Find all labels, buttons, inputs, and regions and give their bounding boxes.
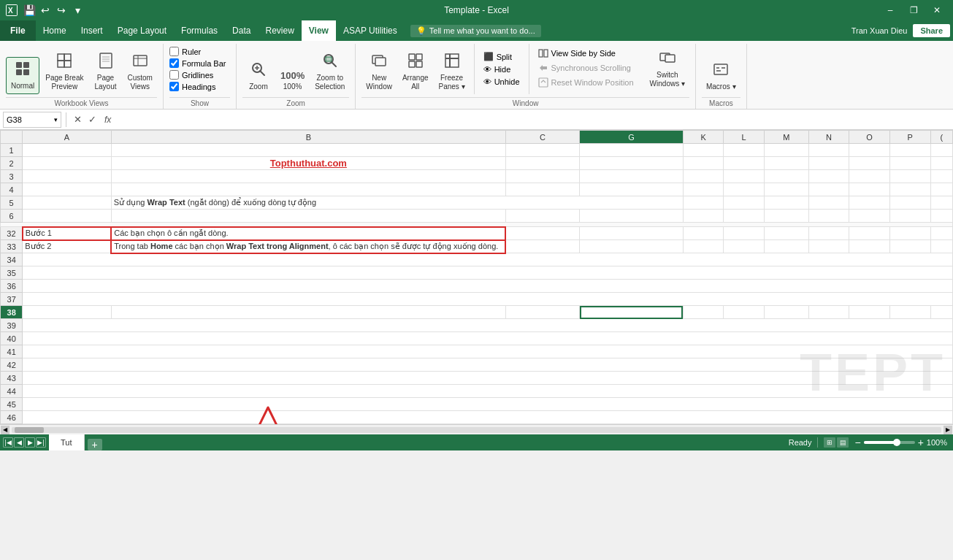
cell-a32[interactable]: Bước 1 [23,227,111,240]
freeze-panes-btn[interactable]: FreezePanes ▾ [435,50,470,94]
page-break-preview-btn[interactable]: Page BreakPreview [41,50,88,94]
cell-g6[interactable] [580,210,684,223]
menu-formulas[interactable]: Formulas [174,20,225,41]
page-layout-view-btn[interactable]: PageLayout [90,50,122,94]
cell-b3[interactable] [111,170,505,183]
cell-k3[interactable] [683,170,724,183]
cell-o3[interactable] [849,170,890,183]
cell-l4[interactable] [724,183,765,196]
h-scroll-thumb[interactable] [15,427,44,433]
cell-more3[interactable] [930,170,952,183]
confirm-formula-btn[interactable]: ✓ [85,113,99,126]
cell-p1[interactable] [889,144,930,157]
cell-34[interactable] [23,253,953,266]
restore-btn[interactable]: ❐ [903,0,924,20]
gridlines-input[interactable] [169,70,179,80]
cell-b2[interactable]: Topthuthuat.com [111,157,505,170]
col-header-l[interactable]: L [724,131,765,144]
col-header-more[interactable]: ( [930,131,952,144]
menu-asap[interactable]: ASAP Utilities [336,20,405,41]
reset-window-btn[interactable]: Reset Window Position [534,76,638,89]
cell-l33[interactable] [724,240,765,253]
cancel-formula-btn[interactable]: ✕ [71,113,84,126]
cell-more2[interactable] [930,157,952,170]
formula-input[interactable] [117,112,950,128]
status-icon-2[interactable]: ▤ [837,437,849,448]
zoom-100-btn[interactable]: 100% 100% [276,67,309,94]
sheet-nav-first[interactable]: |◀ [3,437,13,448]
cell-l38[interactable] [724,306,765,319]
cell-k5[interactable] [724,196,765,210]
cell-b33[interactable]: Trong tab Home các bạn chọn Wrap Text tr… [111,240,505,253]
cell-n6[interactable] [808,210,849,223]
menu-file[interactable]: File [0,20,36,41]
cell-p6[interactable] [889,210,930,223]
cell-b32[interactable]: Các bạn chọn ô cần ngắt dòng. [111,227,505,240]
cell-35[interactable] [23,266,953,280]
normal-view-btn[interactable]: Normal [6,57,39,94]
cell-m2[interactable] [764,157,808,170]
cell-m3[interactable] [764,170,808,183]
cell-c6[interactable] [505,210,579,223]
cell-k38[interactable] [683,306,724,319]
cell-b4[interactable] [111,183,505,196]
cell-c32[interactable] [505,227,579,240]
cell-k4[interactable] [683,183,724,196]
col-header-c[interactable]: C [505,131,579,144]
cell-46[interactable] [23,411,953,424]
cell-a2[interactable] [23,157,111,170]
sheet-nav-last[interactable]: ▶| [36,437,46,448]
cell-p32[interactable] [889,227,930,240]
cell-l5[interactable] [764,196,808,210]
cell-o38[interactable] [849,306,890,319]
cell-n32[interactable] [808,227,849,240]
cell-a5[interactable] [23,196,111,210]
more-quick-btn[interactable]: ▾ [70,3,85,18]
cell-c2[interactable] [505,157,579,170]
col-header-o[interactable]: O [849,131,890,144]
tell-me-box[interactable]: 💡 Tell me what you want to do... [410,25,541,37]
menu-page-layout[interactable]: Page Layout [110,20,174,41]
cell-p4[interactable] [889,183,930,196]
cell-c1[interactable] [505,144,579,157]
macros-btn[interactable]: Macros ▾ [702,58,740,94]
sheet-tab-tut[interactable]: Tut [49,434,85,450]
cell-b5[interactable]: Sử dụng Wrap Text (ngắt dòng) để xuống d… [111,196,683,210]
close-btn[interactable]: ✕ [927,0,947,20]
cell-g2[interactable] [580,157,684,170]
cell-n1[interactable] [808,144,849,157]
cell-c4[interactable] [505,183,579,196]
cell-p33[interactable] [889,240,930,253]
save-quick-btn[interactable]: 💾 [22,3,37,18]
cell-a3[interactable] [23,170,111,183]
sheet-nav-prev[interactable]: ◀ [14,437,24,448]
cell-44[interactable] [23,385,953,398]
cell-43[interactable] [23,372,953,385]
zoom-selection-btn[interactable]: Zoom toSelection [310,50,349,94]
cell-g1[interactable] [580,144,684,157]
cell-g3[interactable] [580,170,684,183]
cell-more32[interactable] [930,227,952,240]
split-btn[interactable]: ⬛ Split [479,50,524,63]
cell-o6[interactable] [849,210,890,223]
zoom-slider-thumb[interactable] [893,439,900,446]
col-header-a[interactable]: A [23,131,111,144]
cell-m4[interactable] [764,183,808,196]
cell-m1[interactable] [764,144,808,157]
menu-data[interactable]: Data [225,20,258,41]
cell-a38[interactable] [23,306,111,319]
col-header-p[interactable]: P [889,131,930,144]
cell-37[interactable] [23,293,953,306]
cell-p38[interactable] [889,306,930,319]
cell-g5[interactable] [683,196,724,210]
cell-k2[interactable] [683,157,724,170]
cell-m32[interactable] [764,227,808,240]
cell-40[interactable] [23,332,953,345]
custom-views-btn[interactable]: CustomViews [123,50,157,94]
formula-bar-checkbox[interactable]: Formula Bar [169,58,226,68]
cell-more1[interactable] [930,144,952,157]
cell-more6[interactable] [930,210,952,223]
cell-n33[interactable] [808,240,849,253]
menu-view[interactable]: View [302,20,336,41]
cell-k6[interactable] [683,210,724,223]
